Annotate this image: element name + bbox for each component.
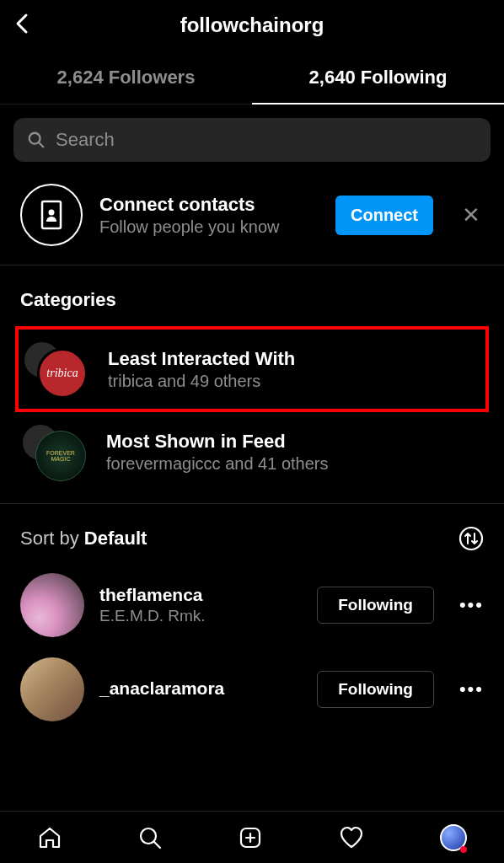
user-displayname: E.E.M.D. Rmk.: [99, 607, 302, 625]
category-text: Least Interacted With tribica and 49 oth…: [108, 348, 295, 391]
avatar-front-magic: FOREVER MAGIC: [35, 431, 86, 481]
search-icon: [137, 825, 163, 850]
nav-search[interactable]: [137, 825, 163, 850]
sort-icon[interactable]: [458, 526, 484, 551]
connect-subtitle: Follow people you know: [99, 217, 319, 237]
bottom-navbar: [0, 811, 504, 863]
back-button[interactable]: [13, 12, 30, 39]
user-row[interactable]: _anaclaramora Following •••: [0, 647, 504, 732]
category-least-interacted[interactable]: tribica Least Interacted With tribica an…: [15, 326, 489, 412]
connect-button[interactable]: Connect: [335, 196, 433, 235]
home-icon: [37, 825, 62, 850]
user-avatar[interactable]: [20, 573, 84, 637]
search-container: Search: [0, 105, 504, 175]
svg-line-6: [154, 842, 160, 848]
more-options-button[interactable]: •••: [449, 594, 484, 616]
page-title: followchainorg: [13, 13, 491, 37]
sort-label: Sort by Default: [20, 528, 147, 549]
connect-contacts-row: Connect contacts Follow people you know …: [0, 175, 504, 265]
nav-activity[interactable]: [338, 825, 365, 850]
nav-profile[interactable]: [440, 824, 467, 851]
plus-square-icon: [238, 825, 263, 850]
more-options-button[interactable]: •••: [449, 678, 484, 700]
category-avatars: FOREVER MAGIC: [20, 422, 88, 481]
user-row[interactable]: theflamenca E.E.M.D. Rmk. Following •••: [0, 563, 504, 647]
dismiss-connect-button[interactable]: ✕: [450, 202, 484, 228]
category-subtitle: tribica and 49 others: [108, 372, 295, 391]
tab-following[interactable]: 2,640 Following: [252, 51, 504, 104]
user-text: theflamenca E.E.M.D. Rmk.: [99, 585, 302, 625]
user-username: theflamenca: [99, 585, 302, 605]
sort-row[interactable]: Sort by Default: [0, 504, 504, 563]
contacts-icon: [39, 199, 64, 231]
tabs: 2,624 Followers 2,640 Following: [0, 51, 504, 105]
category-title: Least Interacted With: [108, 348, 295, 370]
nav-home[interactable]: [37, 825, 62, 850]
search-placeholder: Search: [56, 129, 115, 151]
profile-avatar-icon: [440, 824, 467, 851]
search-input[interactable]: Search: [13, 118, 491, 162]
categories-heading: Categories: [0, 265, 504, 326]
svg-point-3: [49, 210, 55, 216]
sort-prefix: Sort by: [20, 528, 84, 549]
notification-dot: [460, 846, 467, 853]
nav-create[interactable]: [238, 825, 263, 850]
category-most-shown[interactable]: FOREVER MAGIC Most Shown in Feed forever…: [0, 412, 504, 491]
contacts-icon-circle: [20, 184, 83, 246]
connect-title: Connect contacts: [99, 194, 319, 216]
user-username: _anaclaramora: [99, 678, 302, 699]
tab-followers[interactable]: 2,624 Followers: [0, 51, 252, 104]
category-title: Most Shown in Feed: [106, 431, 328, 453]
header: followchainorg: [0, 0, 504, 51]
sort-value: Default: [84, 528, 147, 549]
following-button[interactable]: Following: [317, 671, 434, 708]
avatar-front-tribica: tribica: [37, 348, 88, 399]
category-avatars: tribica: [22, 340, 89, 399]
category-subtitle: forevermagiccc and 41 others: [106, 454, 328, 474]
user-text: _anaclaramora: [99, 678, 302, 700]
heart-icon: [338, 825, 365, 850]
svg-point-4: [460, 528, 482, 549]
connect-text: Connect contacts Follow people you know: [99, 194, 319, 237]
category-text: Most Shown in Feed forevermagiccc and 41…: [106, 431, 328, 474]
chevron-left-icon: [13, 12, 30, 35]
following-button[interactable]: Following: [317, 587, 434, 624]
user-avatar[interactable]: [20, 657, 84, 721]
svg-line-1: [39, 142, 43, 147]
search-icon: [27, 131, 46, 149]
